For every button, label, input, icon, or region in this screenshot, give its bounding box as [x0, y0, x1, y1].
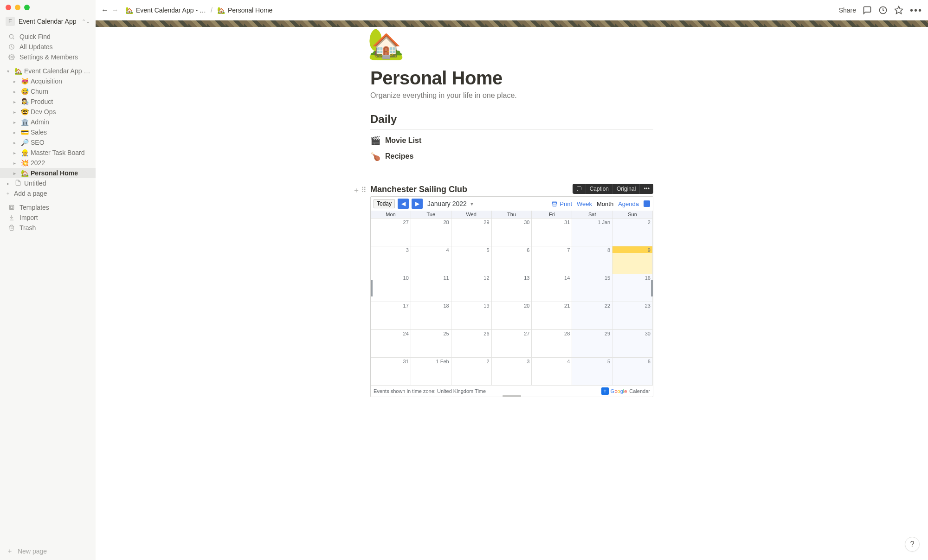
embed-caption-button[interactable]: Caption	[586, 184, 613, 194]
tree-root[interactable]: ▾ 🏡 Event Calendar App - …	[0, 66, 96, 76]
calendar-cell[interactable]: 6	[492, 246, 532, 274]
embed-comment-button[interactable]	[573, 184, 586, 194]
favorite-icon[interactable]	[894, 6, 903, 15]
chevron-right-icon[interactable]: ▸	[4, 179, 12, 187]
embed-more-button[interactable]: •••	[640, 184, 653, 194]
calendar-cell[interactable]: 28	[411, 219, 451, 246]
calendar-cell[interactable]: 17	[371, 302, 411, 329]
resize-handle[interactable]	[503, 395, 521, 397]
page-title[interactable]: Personal Home	[370, 68, 653, 89]
calendar-cell[interactable]: 30	[492, 219, 532, 246]
chevron-right-icon[interactable]: ▸	[10, 128, 19, 136]
calendar-cell[interactable]: 3	[492, 358, 532, 385]
calendar-cell[interactable]: 1 Jan	[572, 219, 612, 246]
calendar-cell[interactable]: 22	[572, 302, 612, 329]
chevron-right-icon[interactable]: ▸	[10, 118, 19, 126]
nav-forward[interactable]: →	[111, 6, 119, 14]
calendar-cell[interactable]: 9	[612, 246, 653, 274]
calendar-cell[interactable]: 20	[492, 302, 532, 329]
calendar-cell[interactable]: 19	[451, 302, 492, 329]
tree-item[interactable]: ▸ 😅 Churn	[0, 86, 96, 97]
page-icon[interactable]: 🏡	[367, 29, 653, 58]
page-cover[interactable]	[96, 20, 928, 27]
calendar-cell[interactable]: 12	[451, 274, 492, 302]
calendar-cell[interactable]: 10	[371, 274, 411, 302]
calendar-cell[interactable]: 29	[451, 219, 492, 246]
calendar-cell[interactable]: 26	[451, 330, 492, 357]
embed-original-button[interactable]: Original	[613, 184, 640, 194]
calendar-cell[interactable]: 31	[371, 358, 411, 385]
more-icon[interactable]: •••	[910, 5, 922, 16]
share-button[interactable]: Share	[839, 6, 856, 14]
page-subtitle[interactable]: Organize everything in your life in one …	[370, 91, 653, 100]
calendar-cell[interactable]: 2	[451, 358, 492, 385]
tree-item[interactable]: ▸ 🤓 Dev Ops	[0, 107, 96, 117]
tree-item[interactable]: ▸ 🏡 Personal Home	[0, 168, 96, 178]
calendar-cell[interactable]: 31	[532, 219, 572, 246]
print-button[interactable]: Print	[551, 200, 572, 207]
calendar-cell[interactable]: 5	[451, 246, 492, 274]
close-window[interactable]	[6, 5, 11, 10]
resize-handle-right[interactable]	[651, 280, 653, 296]
calendar-cell[interactable]: 3	[371, 246, 411, 274]
calendar-cell[interactable]: 25	[411, 330, 451, 357]
calendar-cell[interactable]: 28	[532, 330, 572, 357]
view-week[interactable]: Week	[577, 200, 592, 207]
comments-icon[interactable]	[863, 6, 872, 15]
calendar-cell[interactable]: 14	[532, 274, 572, 302]
zoom-window[interactable]	[24, 5, 30, 10]
section-heading[interactable]: Daily	[370, 113, 653, 128]
resize-handle-left[interactable]	[371, 280, 373, 296]
tree-item-untitled[interactable]: ▸ Untitled	[0, 178, 96, 188]
minimize-window[interactable]	[15, 5, 20, 10]
tree-item[interactable]: ▸ 😻 Acquisition	[0, 76, 96, 86]
tree-item[interactable]: ▸ 🏛️ Admin	[0, 117, 96, 127]
page-link[interactable]: 🎬 Movie List	[370, 135, 653, 146]
help-button[interactable]: ?	[905, 537, 920, 552]
calendar-cell[interactable]: 4	[411, 246, 451, 274]
calendar-cell[interactable]: 30	[612, 330, 653, 357]
page-link[interactable]: 🍗 Recipes	[370, 151, 653, 161]
tree-item[interactable]: ▸ 👷 Master Task Board	[0, 148, 96, 158]
tree-item[interactable]: ▸ 👩‍🔬 Product	[0, 97, 96, 107]
settings-members[interactable]: Settings & Members	[2, 52, 94, 62]
chevron-right-icon[interactable]: ▸	[10, 97, 19, 106]
add-page[interactable]: ＋ Add a page	[0, 188, 96, 199]
breadcrumb-root[interactable]: 🏡 Event Calendar App - …	[123, 6, 208, 15]
chevron-right-icon[interactable]: ▸	[10, 138, 19, 147]
trash[interactable]: Trash	[2, 223, 94, 233]
calendar-cell[interactable]: 29	[572, 330, 612, 357]
chevron-right-icon[interactable]: ▸	[10, 169, 19, 177]
tree-item[interactable]: ▸ 💳 Sales	[0, 127, 96, 137]
calendar-cell[interactable]: 1 Feb	[411, 358, 451, 385]
tree-item[interactable]: ▸ 💥 2022	[0, 158, 96, 168]
calendar-cell[interactable]: 16	[612, 274, 653, 302]
breadcrumb-current[interactable]: 🏡 Personal Home	[215, 6, 275, 15]
view-agenda[interactable]: Agenda	[618, 200, 639, 207]
prev-month-button[interactable]: ◀	[398, 199, 409, 209]
calendar-cell[interactable]: 18	[411, 302, 451, 329]
calendar-cell[interactable]: 13	[492, 274, 532, 302]
tree-item[interactable]: ▸ 🔎 SEO	[0, 137, 96, 148]
chevron-right-icon[interactable]: ▸	[10, 77, 19, 85]
calendar-cell[interactable]: 15	[572, 274, 612, 302]
all-updates[interactable]: All Updates	[2, 42, 94, 52]
calendar-cell[interactable]: 11	[411, 274, 451, 302]
new-page-button[interactable]: ＋ New page	[0, 542, 96, 560]
calendar-cell[interactable]: 21	[532, 302, 572, 329]
quick-find[interactable]: Quick Find	[2, 32, 94, 42]
nav-back[interactable]: ←	[101, 6, 109, 14]
chevron-down-icon[interactable]: ▾	[4, 67, 12, 75]
calendar-cell[interactable]: 27	[492, 330, 532, 357]
calendar-cell[interactable]: 27	[371, 219, 411, 246]
chevron-right-icon[interactable]: ▸	[10, 87, 19, 96]
calendar-cell[interactable]: 2	[612, 219, 653, 246]
workspace-switcher[interactable]: E Event Calendar App ⌃⌄	[0, 15, 96, 31]
add-block-icon[interactable]: ＋	[353, 186, 360, 195]
view-dropdown-icon[interactable]: ▼	[644, 200, 650, 207]
calendar-cell[interactable]: 7	[532, 246, 572, 274]
chevron-right-icon[interactable]: ▸	[10, 148, 19, 157]
calendar-cell[interactable]: 4	[532, 358, 572, 385]
google-calendar-link[interactable]: + GoogleCalendar	[601, 387, 650, 395]
drag-handle-icon[interactable]: ⠿	[361, 186, 367, 195]
